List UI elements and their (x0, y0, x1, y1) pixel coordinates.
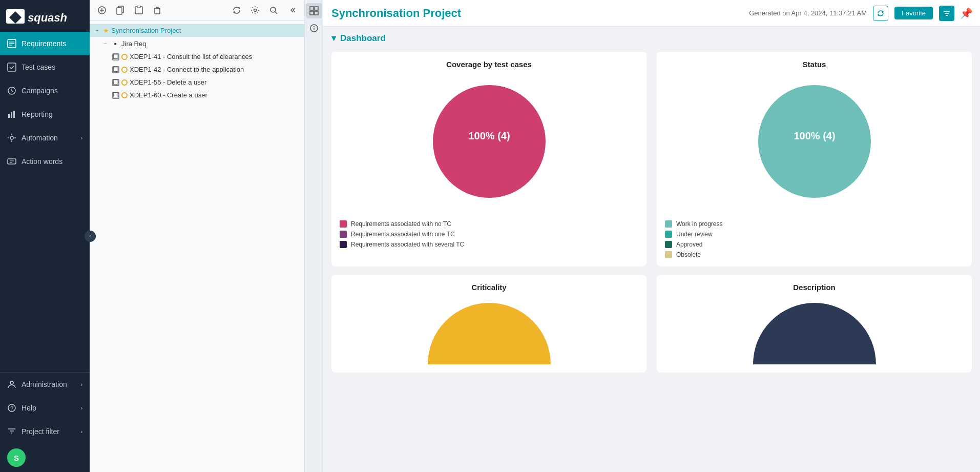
favorite-button[interactable]: Favorite (894, 7, 933, 19)
status-chart-container: Status 100% (4) Work in progress Und (657, 52, 972, 266)
sidebar-item-project-filter[interactable]: Project filter › (0, 420, 90, 443)
svg-point-30 (254, 9, 257, 12)
coverage-pie-wrapper: 100% (4) Requirements associated with no… (340, 75, 638, 248)
grid-view-button[interactable] (306, 3, 322, 18)
description-chart-container: Description (657, 275, 972, 373)
legend-label-approved: Approved (676, 241, 702, 248)
generated-date: Generated on Apr 4, 2024, 11:37:21 AM (749, 9, 867, 17)
project-filter-icon (7, 427, 16, 436)
sidebar: squash Requirements Test cases Campaigns… (0, 0, 90, 472)
sidebar-item-reporting[interactable]: Reporting (0, 102, 90, 126)
collapse-tree-button[interactable] (285, 3, 299, 17)
sidebar-item-campaigns[interactable]: Campaigns (0, 79, 90, 102)
campaigns-icon (7, 86, 16, 95)
status-circle-2 (121, 79, 128, 86)
info-button[interactable] (306, 20, 322, 36)
tree-item-folder[interactable]: − ▪ Jira Req (90, 37, 304, 50)
sidebar-item-action-words[interactable]: Action words (0, 150, 90, 173)
administration-chevron: › (81, 382, 82, 387)
req-box-icon-1: ☐ (112, 66, 119, 73)
sidebar-item-label-administration: Administration (22, 380, 67, 388)
dashboard-toggle[interactable]: ▾ Dashboard (331, 33, 972, 44)
charts-row-top: Coverage by test cases 100% (4) Requirem… (331, 47, 972, 266)
coverage-legend: Requirements associated with no TC Requi… (340, 220, 464, 248)
add-button[interactable] (95, 3, 109, 17)
req-box-icon-2: ☐ (112, 79, 119, 86)
status-circle-0 (121, 54, 128, 60)
legend-label-under-review: Under review (676, 231, 713, 238)
project-filter-chevron: › (81, 429, 82, 435)
star-icon: ★ (103, 27, 109, 34)
copy-button[interactable] (113, 3, 128, 17)
svg-rect-28 (137, 6, 140, 8)
tree-content: − ★ Synchronisation Project − ▪ Jira Req… (90, 21, 304, 472)
legend-color-obsolete (665, 251, 672, 258)
pin-icon: 📌 (961, 8, 972, 19)
req-box-icon-3: ☐ (112, 92, 119, 99)
status-circle-3 (121, 92, 128, 98)
svg-point-39 (314, 26, 315, 27)
user-avatar[interactable]: S (7, 448, 26, 467)
criticality-chart-title: Criticality (471, 283, 506, 292)
svg-text:?: ? (10, 405, 13, 412)
testcase-icon (7, 63, 16, 72)
sidebar-item-help[interactable]: ? Help › (0, 396, 90, 420)
automation-chevron: › (81, 135, 82, 141)
svg-rect-11 (13, 111, 15, 118)
sidebar-item-label-action-words: Action words (22, 157, 62, 166)
status-pie-chart: 100% (4) (748, 75, 881, 208)
legend-color-one-tc (340, 231, 347, 238)
folder-expand-icon: − (102, 40, 109, 47)
paste-button[interactable] (132, 3, 146, 17)
tree-item-project[interactable]: − ★ Synchronisation Project (90, 24, 304, 37)
svg-rect-33 (310, 7, 314, 10)
sidebar-item-test-cases[interactable]: Test cases (0, 55, 90, 79)
svg-point-45 (758, 85, 871, 198)
tree-item-req-0[interactable]: ☐ XDEP1-41 - Consult the list of clearan… (90, 50, 304, 63)
sidebar-item-automation[interactable]: Automation › (0, 126, 90, 150)
svg-point-43 (433, 85, 546, 198)
tree-panel: − ★ Synchronisation Project − ▪ Jira Req… (90, 0, 305, 472)
settings-button[interactable] (248, 3, 262, 17)
help-chevron: › (81, 405, 82, 411)
refresh-button[interactable] (873, 6, 888, 21)
legend-color-wip (665, 220, 672, 228)
project-expand-icon: − (94, 27, 101, 34)
filter-button[interactable] (939, 6, 954, 21)
svg-rect-10 (11, 112, 12, 118)
sidebar-item-requirements[interactable]: Requirements (0, 32, 90, 55)
status-pie-wrapper: 100% (4) Work in progress Under review (665, 75, 964, 258)
folder-label: Jira Req (121, 40, 300, 48)
sidebar-bottom: Administration › ? Help › Project filter… (0, 372, 90, 472)
legend-item-under-review: Under review (665, 231, 722, 238)
page-title: Synchronisation Project (331, 7, 743, 20)
administration-icon (7, 380, 16, 389)
tree-toolbar (90, 0, 304, 21)
sync-button[interactable] (230, 3, 244, 17)
search-button[interactable] (266, 3, 281, 17)
main-header: Synchronisation Project Generated on Apr… (323, 0, 980, 27)
criticality-chart-container: Criticality (331, 275, 647, 373)
svg-rect-26 (117, 8, 122, 14)
charts-area: Coverage by test cases 100% (4) Requirem… (323, 47, 980, 472)
squash-logo: squash (6, 7, 73, 27)
req-label-1: XDEP1-42 - Connect to the application (130, 66, 300, 73)
icon-panel (305, 0, 323, 472)
delete-button[interactable] (150, 3, 164, 17)
sidebar-item-administration[interactable]: Administration › (0, 373, 90, 396)
sidebar-item-label-campaigns: Campaigns (22, 87, 58, 95)
legend-item-no-tc: Requirements associated with no TC (340, 220, 464, 228)
logo-area: squash (0, 0, 90, 32)
sidebar-collapse-button[interactable]: ‹ (85, 231, 96, 242)
tree-item-req-3[interactable]: ☐ XDEP1-60 - Create a user (90, 89, 304, 101)
sidebar-item-label-automation: Automation (22, 134, 58, 142)
charts-row-bottom: Criticality Description (331, 266, 972, 373)
tree-item-req-1[interactable]: ☐ XDEP1-42 - Connect to the application (90, 63, 304, 76)
svg-rect-36 (315, 11, 318, 15)
automation-icon (7, 133, 16, 142)
reporting-icon (7, 110, 16, 119)
coverage-chart-title: Coverage by test cases (446, 60, 532, 69)
tree-item-req-2[interactable]: ☐ XDEP1-55 - Delete a user (90, 76, 304, 89)
svg-rect-35 (310, 11, 314, 15)
help-icon: ? (7, 403, 16, 413)
